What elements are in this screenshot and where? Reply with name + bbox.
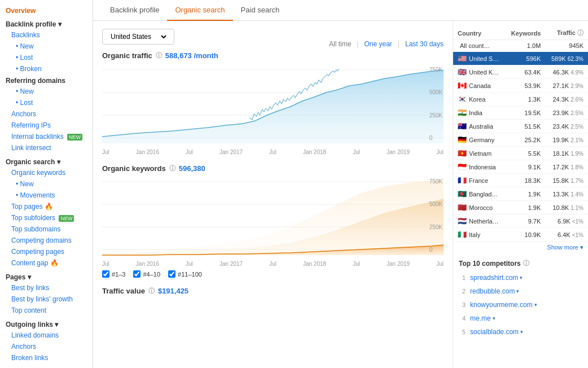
sidebar-content-gap[interactable]: Content gap 🔥 (0, 257, 93, 269)
country-table-row[interactable]: 🇮🇹 Italy 10.9K 6.4K <1% (453, 228, 588, 242)
competitor-num: 4 (459, 315, 466, 322)
sidebar-backlinks[interactable]: Backlinks (0, 29, 93, 41)
country-table-row[interactable]: 🇧🇩 Banglad… 1.9K 13.3K 1.4% (453, 187, 588, 201)
country-table-row[interactable]: All count… 1.0M 945K (453, 40, 588, 52)
sidebar-linked-domains[interactable]: Linked domains (0, 330, 93, 341)
sidebar-referring-ips[interactable]: Referring IPs (0, 120, 93, 131)
country-table-row[interactable]: 🇲🇦 Morocco 1.9K 10.8K 1.1% (453, 201, 588, 214)
keywords-cell: 18.3K (505, 174, 545, 187)
legend-11-100[interactable]: #11–100 (168, 270, 202, 278)
legend-11-100-checkbox[interactable] (168, 270, 175, 278)
country-table-row[interactable]: 🇮🇩 Indonesia 9.1K 17.2K 1.8% (453, 160, 588, 174)
sidebar-outgoing-links[interactable]: Outgoing links ▾ (0, 318, 93, 330)
legend-11-100-label: #11–100 (178, 271, 202, 278)
sidebar-internal-backlinks[interactable]: Internal backlinks NEW (0, 131, 93, 142)
country-table-row[interactable]: 🇬🇧 United K… 63.4K 46.3K 4.9% (453, 65, 588, 79)
traffic-cell: 27.1K 2.9% (545, 79, 588, 93)
country-flag: 🇲🇦 (458, 203, 467, 212)
sidebar-organic-movements[interactable]: • Movements (0, 190, 93, 201)
competitor-link[interactable]: socialblade.com ▾ (470, 328, 523, 336)
sidebar-competing-pages[interactable]: Competing pages (0, 246, 93, 257)
country-table-row[interactable]: 🇻🇳 Vietnam 5.5K 18.1K 1.9% (453, 147, 588, 160)
country-select-input[interactable]: United States All countries United Kingd… (108, 32, 168, 41)
organic-keywords-chart (102, 176, 444, 261)
sidebar-top-subdomains[interactable]: Top subdomains (0, 224, 93, 235)
country-table-row[interactable]: 🇺🇸 United S… 596K 589K 62.3% (453, 52, 588, 65)
sidebar-best-by-links-growth[interactable]: Best by links' growth (0, 293, 93, 305)
sidebar-backlinks-new[interactable]: • New (0, 41, 93, 52)
legend-1-3-label: #1–3 (112, 271, 125, 278)
sidebar-organic-search[interactable]: Organic search ▾ (0, 156, 93, 167)
sidebar-pages[interactable]: Pages ▾ (0, 271, 93, 282)
traffic-cell: 18.1K 1.9% (545, 147, 588, 160)
country-selector[interactable]: United States All countries United Kingd… (102, 29, 174, 45)
legend-4-10[interactable]: #4–10 (133, 270, 160, 278)
country-table-row[interactable]: 🇰🇷 Korea 1.3K 24.3K 2.6% (453, 93, 588, 106)
competitor-link[interactable]: redbubble.com ▾ (470, 287, 519, 295)
legend-1-3-checkbox[interactable] (102, 270, 109, 278)
time-filter-30-days[interactable]: Last 30 days (405, 40, 444, 48)
traffic-col-info[interactable]: ⓘ (577, 29, 583, 36)
sidebar-anchors[interactable]: Anchors (0, 108, 93, 120)
keywords-cell: 1.9K (505, 201, 545, 214)
sidebar-broken-links[interactable]: Broken links (0, 352, 93, 363)
sidebar-organic-keywords[interactable]: Organic keywords (0, 167, 93, 178)
organic-traffic-info-icon[interactable]: ⓘ (156, 51, 162, 60)
competitor-link[interactable]: knowyourmeme.com ▾ (470, 301, 537, 309)
sidebar-backlinks-lost[interactable]: • Lost (0, 52, 93, 63)
organic-keywords-section: Organic keywords ⓘ 596,380 (102, 164, 444, 278)
sidebar-referring-new[interactable]: • New (0, 86, 93, 97)
sidebar-paid-search[interactable]: Paid search ▾ (0, 366, 93, 368)
time-filter-all[interactable]: All time (329, 40, 351, 48)
organic-keywords-info-icon[interactable]: ⓘ (169, 164, 175, 173)
traffic-cell: 17.2K 1.8% (545, 160, 588, 174)
time-filter-one-year[interactable]: One year (364, 40, 392, 48)
country-table-row[interactable]: 🇮🇳 India 19.5K 23.9K 2.5% (453, 106, 588, 120)
country-table-row[interactable]: 🇫🇷 France 18.3K 15.8K 1.7% (453, 174, 588, 187)
legend-4-10-checkbox[interactable] (133, 270, 141, 278)
country-table-row[interactable]: 🇳🇱 Netherla… 9.7K 6.9K <1% (453, 214, 588, 228)
sidebar-competing-domains[interactable]: Competing domains (0, 235, 93, 246)
traffic-value-info-icon[interactable]: ⓘ (148, 287, 155, 295)
country-cell: 🇮🇹 Italy (453, 228, 505, 242)
sidebar-best-by-links[interactable]: Best by links (0, 282, 93, 293)
sidebar-overview[interactable]: Overview (0, 5, 93, 18)
sidebar-top-content[interactable]: Top content (0, 305, 93, 316)
main-content: United States All countries United Kingd… (93, 21, 453, 368)
sidebar-top-pages[interactable]: Top pages 🔥 (0, 201, 93, 212)
sidebar-top-subfolders[interactable]: Top subfolders NEW (0, 212, 93, 224)
tab-paid-search[interactable]: Paid search (233, 0, 288, 21)
traffic-cell: 23.9K 2.5% (545, 106, 588, 120)
country-table-row[interactable]: 🇩🇪 Germany 25.2K 19.9K 2.1% (453, 133, 588, 147)
sidebar-backlink-profile[interactable]: Backlink profile ▾ (0, 18, 93, 29)
competitors-info-icon[interactable]: ⓘ (523, 259, 529, 268)
traffic-y-labels: 750K500K250K0 (428, 64, 444, 143)
country-table-row[interactable]: 🇨🇦 Canada 53.9K 27.1K 2.9% (453, 79, 588, 93)
keywords-cell: 63.4K (505, 65, 545, 79)
country-cell: All count… (453, 40, 505, 52)
competitor-num: 5 (459, 328, 466, 335)
country-name-text: Indonesia (469, 164, 496, 170)
organic-traffic-chart (102, 64, 444, 149)
tab-organic-search[interactable]: Organic search (167, 0, 232, 21)
country-flag: 🇫🇷 (458, 176, 467, 185)
sidebar-backlinks-broken[interactable]: • Broken (0, 63, 93, 75)
keywords-cell: 596K (505, 52, 545, 65)
country-flag: 🇻🇳 (458, 149, 467, 157)
competitor-item: 1 spreadshirt.com ▾ (453, 271, 588, 284)
show-more-button[interactable]: Show more ▾ (453, 242, 588, 253)
new-badge-2: NEW (59, 215, 74, 222)
legend-1-3[interactable]: #1–3 (102, 270, 125, 278)
country-table-row[interactable]: 🇦🇺 Australia 51.5K 23.4K 2.5% (453, 120, 588, 133)
tab-backlink-profile[interactable]: Backlink profile (102, 0, 167, 21)
sidebar-referring-domains[interactable]: Referring domains (0, 75, 93, 86)
sidebar-anchors-out[interactable]: Anchors (0, 341, 93, 352)
competitor-link[interactable]: spreadshirt.com ▾ (470, 274, 523, 282)
country-cell: 🇰🇷 Korea (453, 93, 505, 106)
sidebar-referring-lost[interactable]: • Lost (0, 97, 93, 108)
keywords-cell: 10.9K (505, 228, 545, 242)
sidebar-link-intersect[interactable]: Link intersect (0, 142, 93, 154)
col-traffic: Traffic ⓘ (545, 27, 588, 40)
sidebar-organic-new[interactable]: • New (0, 178, 93, 190)
competitor-link[interactable]: me.me ▾ (470, 314, 495, 322)
